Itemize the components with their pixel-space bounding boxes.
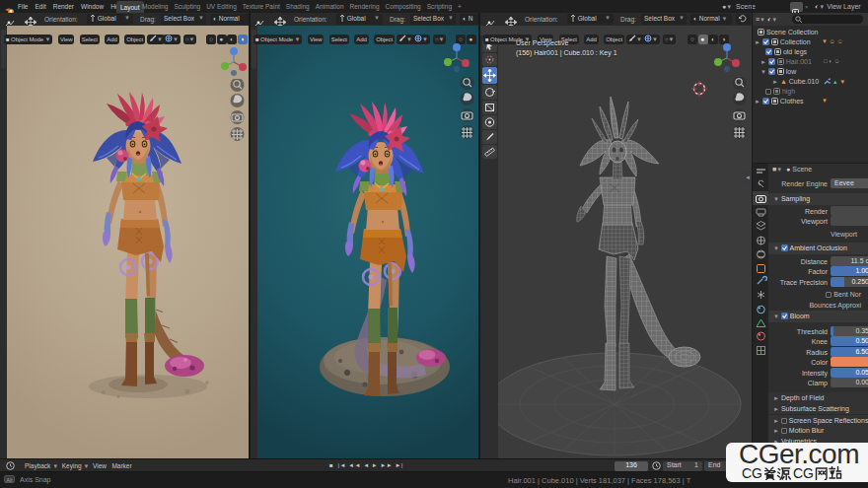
svg-text:CG: CG — [793, 466, 814, 480]
svg-text:CG: CG — [742, 466, 762, 480]
